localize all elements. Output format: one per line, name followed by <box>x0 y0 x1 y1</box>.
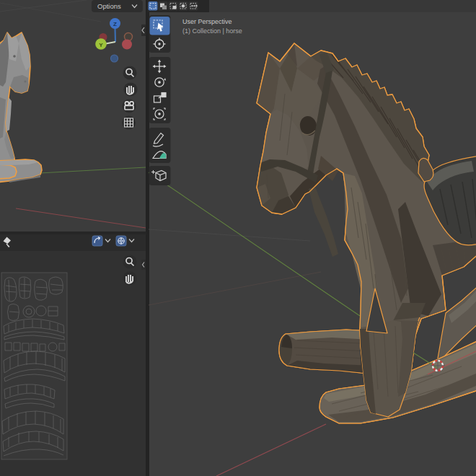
svg-text:Z: Z <box>113 21 117 27</box>
svg-text:Y: Y <box>99 42 103 48</box>
svg-text:(1) Collection | horse: (1) Collection | horse <box>182 27 242 35</box>
svg-text:Options: Options <box>97 2 121 10</box>
svg-text:User Perspective: User Perspective <box>182 18 232 25</box>
